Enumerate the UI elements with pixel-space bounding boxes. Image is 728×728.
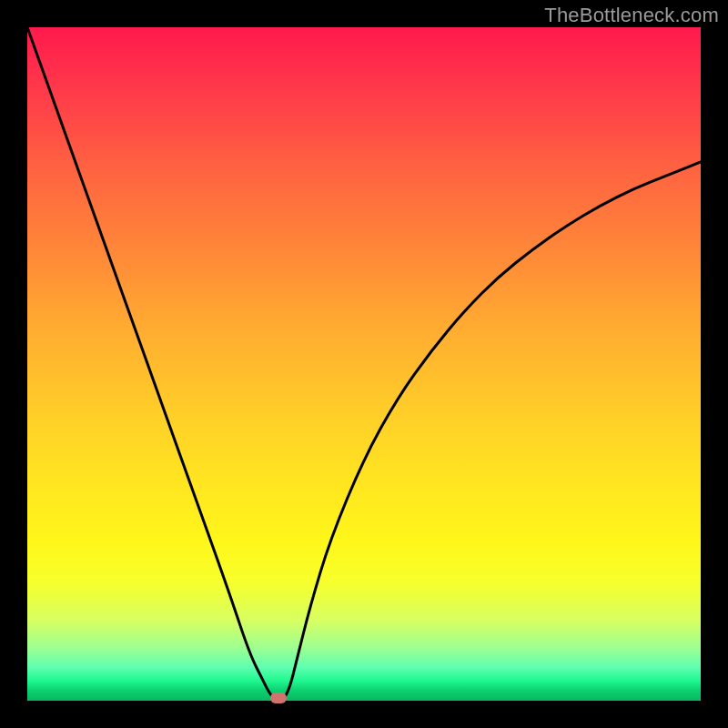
optimum-marker — [270, 693, 287, 703]
watermark-text: TheBottleneck.com — [544, 4, 719, 27]
bottleneck-curve — [27, 27, 701, 701]
chart-frame: TheBottleneck.com — [0, 0, 728, 728]
curve-layer — [27, 27, 701, 701]
plot-area — [27, 27, 701, 701]
